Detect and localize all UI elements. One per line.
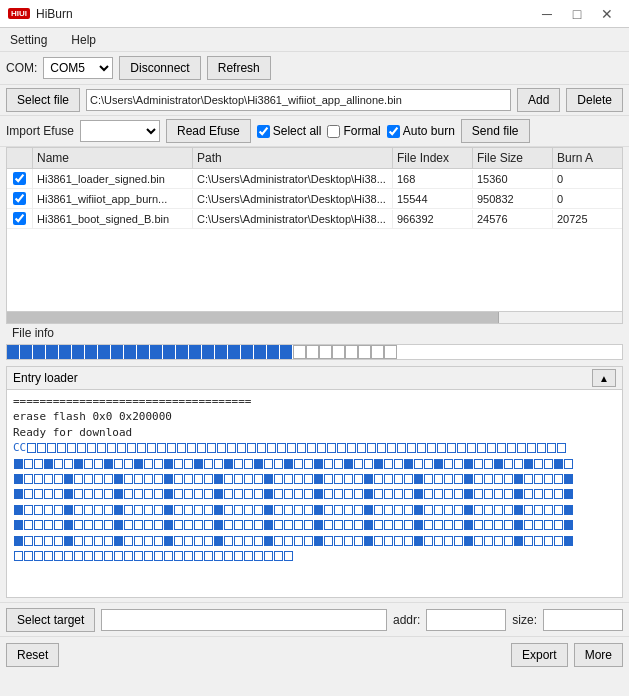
row2-burn-a: 0 (553, 190, 622, 208)
export-button[interactable]: Export (511, 643, 568, 667)
select-all-label[interactable]: Select all (257, 124, 322, 138)
col-file-size: File Size (473, 148, 553, 168)
bottom-bar: Select target addr: size: (0, 602, 629, 636)
size-label: size: (512, 613, 537, 627)
select-target-button[interactable]: Select target (6, 608, 95, 632)
table-row[interactable]: Hi3861_wifiiot_app_burn... C:\Users\Admi… (7, 189, 622, 209)
row1-check[interactable] (7, 169, 33, 188)
size-input[interactable] (543, 609, 623, 631)
refresh-button[interactable]: Refresh (207, 56, 271, 80)
row1-file-index: 168 (393, 170, 473, 188)
row2-path: C:\Users\Administrator\Desktop\Hi38... (193, 190, 393, 208)
row2-file-index: 15544 (393, 190, 473, 208)
addr-input[interactable] (426, 609, 506, 631)
log-content[interactable]: ====================================eras… (7, 390, 622, 597)
row2-name: Hi3861_wifiiot_app_burn... (33, 190, 193, 208)
formal-checkbox[interactable] (327, 125, 340, 138)
bottom-bar2: Reset Export More (0, 636, 629, 672)
table-body: Hi3861_loader_signed.bin C:\Users\Admini… (7, 169, 622, 310)
file-info-section: File info (0, 324, 629, 342)
efuse-select[interactable] (80, 120, 160, 142)
addr-label: addr: (393, 613, 420, 627)
table-header: Name Path File Index File Size Burn A (7, 148, 622, 169)
more-button[interactable]: More (574, 643, 623, 667)
row3-burn-a: 20725 (553, 210, 622, 228)
title-controls: ─ □ ✕ (533, 4, 621, 24)
delete-button[interactable]: Delete (566, 88, 623, 112)
reset-button[interactable]: Reset (6, 643, 59, 667)
close-button[interactable]: ✕ (593, 4, 621, 24)
row2-check[interactable] (7, 189, 33, 208)
col-burn-a: Burn A (553, 148, 623, 168)
table-row[interactable]: Hi3861_loader_signed.bin C:\Users\Admini… (7, 169, 622, 189)
log-header: Entry loader ▲ (7, 367, 622, 390)
title-left: HIUI HiBurn (8, 7, 73, 21)
toolbar-row: COM: COM5 COM1 COM2 COM3 COM4 Disconnect… (0, 52, 629, 85)
row3-file-size: 24576 (473, 210, 553, 228)
row3-name: Hi3861_boot_signed_B.bin (33, 210, 193, 228)
maximize-button[interactable]: □ (563, 4, 591, 24)
col-path: Path (193, 148, 393, 168)
col-name: Name (33, 148, 193, 168)
log-title: Entry loader (13, 371, 78, 385)
select-file-button[interactable]: Select file (6, 88, 80, 112)
minimize-button[interactable]: ─ (533, 4, 561, 24)
progress-bar (6, 344, 623, 360)
row1-path: C:\Users\Administrator\Desktop\Hi38... (193, 170, 393, 188)
import-efuse-label: Import Efuse (6, 124, 74, 138)
app-logo: HIUI (8, 8, 30, 19)
file-row: Select file Add Delete (0, 85, 629, 116)
target-input[interactable] (101, 609, 387, 631)
read-efuse-button[interactable]: Read Efuse (166, 119, 251, 143)
select-all-checkbox[interactable] (257, 125, 270, 138)
menu-setting[interactable]: Setting (4, 31, 53, 49)
menu-help[interactable]: Help (65, 31, 102, 49)
row3-path: C:\Users\Administrator\Desktop\Hi38... (193, 210, 393, 228)
com-select[interactable]: COM5 COM1 COM2 COM3 COM4 (43, 57, 113, 79)
log-collapse-button[interactable]: ▲ (592, 369, 616, 387)
disconnect-button[interactable]: Disconnect (119, 56, 200, 80)
formal-label[interactable]: Formal (327, 124, 380, 138)
row1-name: Hi3861_loader_signed.bin (33, 170, 193, 188)
col-check (7, 148, 33, 168)
col-file-index: File Index (393, 148, 473, 168)
row1-file-size: 15360 (473, 170, 553, 188)
com-label: COM: (6, 61, 37, 75)
send-file-button[interactable]: Send file (461, 119, 530, 143)
table-scrollbar[interactable] (6, 312, 623, 324)
row3-file-index: 966392 (393, 210, 473, 228)
app-title: HiBurn (36, 7, 73, 21)
main-content: Setting Help COM: COM5 COM1 COM2 COM3 CO… (0, 28, 629, 672)
log-container: Entry loader ▲ =========================… (6, 366, 623, 598)
row3-check[interactable] (7, 209, 33, 228)
options-row: Import Efuse Read Efuse Select all Forma… (0, 116, 629, 147)
row2-file-size: 950832 (473, 190, 553, 208)
auto-burn-label[interactable]: Auto burn (387, 124, 455, 138)
progress-bar-inner (7, 345, 622, 359)
title-bar: HIUI HiBurn ─ □ ✕ (0, 0, 629, 28)
auto-burn-checkbox[interactable] (387, 125, 400, 138)
menu-bar: Setting Help (0, 28, 629, 52)
file-info-label: File info (6, 324, 60, 342)
add-button[interactable]: Add (517, 88, 560, 112)
file-table: Name Path File Index File Size Burn A Hi… (6, 147, 623, 312)
row1-burn-a: 0 (553, 170, 622, 188)
table-row[interactable]: Hi3861_boot_signed_B.bin C:\Users\Admini… (7, 209, 622, 229)
file-path-input[interactable] (86, 89, 511, 111)
